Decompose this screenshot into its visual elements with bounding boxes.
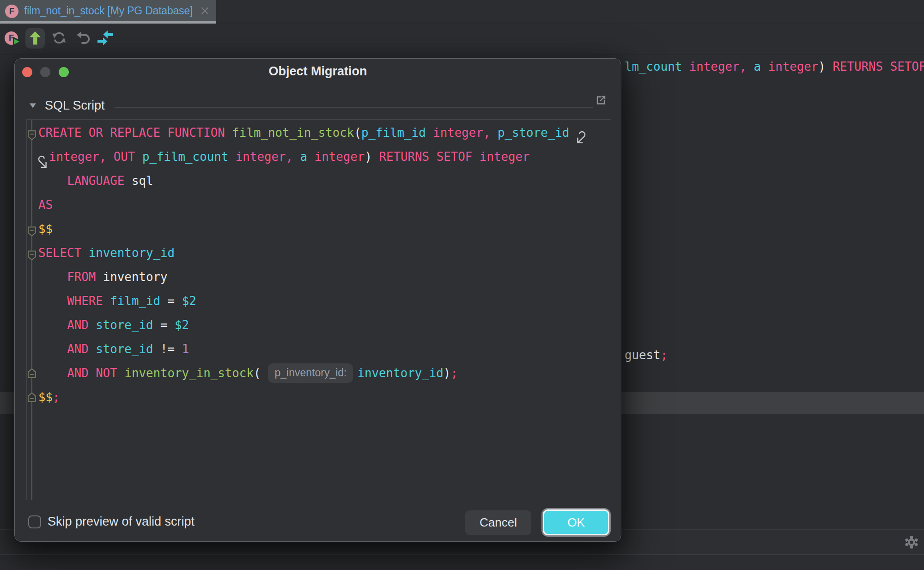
- dialog-title: Object Migration: [15, 64, 621, 79]
- undo-icon[interactable]: [76, 31, 92, 46]
- sql-code-line: AND store_id != 1: [38, 337, 189, 361]
- sql-script-editor[interactable]: CREATE OR REPLACE FUNCTION film_not_in_s…: [26, 119, 611, 500]
- skip-preview-row: Skip preview of valid script: [28, 515, 195, 529]
- sql-code-line: CREATE OR REPLACE FUNCTION film_not_in_s…: [38, 121, 569, 145]
- upload-arrow-icon: [29, 31, 41, 45]
- ide-window: F film_not_in_stock [My PG Database] F: [0, 0, 924, 570]
- status-divider-bottom: [0, 554, 924, 555]
- sql-code-line: AS: [38, 193, 53, 217]
- fold-gutter-line: [31, 120, 32, 500]
- skip-preview-checkbox[interactable]: [28, 515, 41, 528]
- sql-code-line: $$;: [38, 385, 60, 409]
- background-code-line: guest;: [625, 343, 668, 367]
- object-migration-dialog: Object Migration SQL Script CREATE OR RE…: [14, 58, 621, 542]
- soft-wrap-start-icon: [36, 155, 48, 168]
- tab-close-icon[interactable]: [200, 6, 210, 16]
- tab-label: film_not_in_stock [My PG Database]: [24, 0, 193, 21]
- fold-marker-start[interactable]: [28, 251, 36, 260]
- gear-icon[interactable]: [905, 536, 918, 549]
- refresh-icon[interactable]: [52, 31, 67, 46]
- background-code-line: lm_count integer, a integer) RETURNS SET…: [625, 55, 924, 79]
- sql-code-line: SELECT inventory_id: [38, 241, 175, 265]
- parameter-inlay-hint: p_inventory_id:: [268, 363, 353, 383]
- function-file-icon: F: [5, 5, 18, 18]
- cancel-button[interactable]: Cancel: [465, 510, 531, 535]
- sql-code-line: $$: [38, 217, 53, 241]
- editor-tab-bar: F film_not_in_stock [My PG Database]: [0, 0, 924, 24]
- sql-code-line: FROM inventory: [38, 265, 168, 289]
- sql-script-section-label: SQL Script: [45, 98, 105, 113]
- sql-code-line: AND NOT inventory_in_stock(p_inventory_i…: [38, 361, 458, 385]
- compare-merge-icon[interactable]: [97, 30, 114, 46]
- sql-code-line: integer, OUT p_film_count integer, a int…: [49, 145, 530, 169]
- soft-wrap-end-icon: [576, 131, 587, 143]
- collapse-triangle-icon[interactable]: [29, 103, 36, 109]
- sql-code-line: AND store_id = $2: [38, 313, 189, 337]
- open-in-editor-icon[interactable]: [595, 95, 606, 106]
- skip-preview-label: Skip preview of valid script: [48, 515, 195, 529]
- ok-button[interactable]: OK: [543, 509, 609, 535]
- sql-code-line: WHERE film_id = $2: [38, 289, 196, 313]
- fold-marker-start[interactable]: [28, 130, 36, 140]
- fold-marker-end[interactable]: [28, 368, 36, 378]
- fold-marker-end[interactable]: [28, 392, 36, 402]
- section-separator: [115, 107, 593, 108]
- sql-code-line: LANGUAGE sql: [38, 169, 153, 193]
- toolbar: F: [0, 24, 924, 55]
- fold-marker-start[interactable]: [28, 227, 36, 236]
- run-overlay-icon: [12, 37, 22, 47]
